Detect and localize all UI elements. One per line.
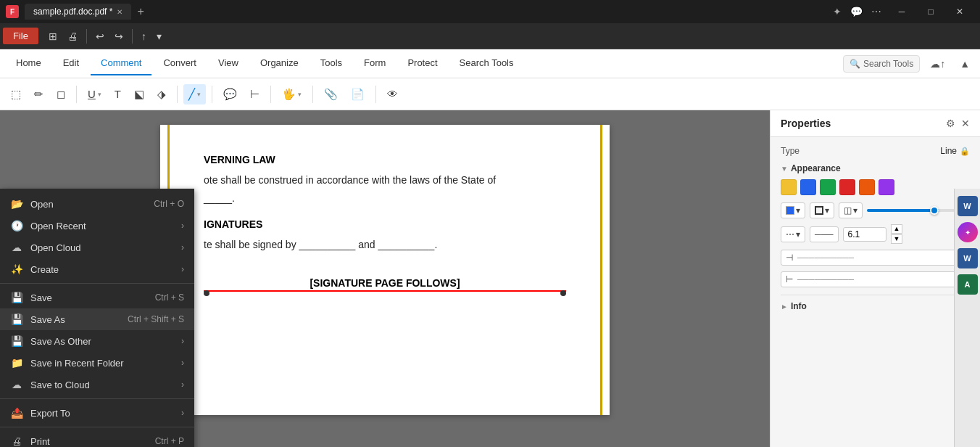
minimize-button[interactable]: ─	[887, 0, 916, 23]
end-cap-row: ⊢ ────────── ▾	[781, 271, 970, 287]
line-weight-up[interactable]: ▲	[891, 224, 903, 234]
more-button[interactable]: ▾	[152, 28, 166, 45]
upload-button[interactable]: ☁↑	[926, 55, 950, 73]
start-cap-value: ──────────	[797, 253, 959, 262]
panel-close-button[interactable]: ✕	[961, 118, 970, 129]
tab-form[interactable]: Form	[354, 52, 396, 75]
stroke-dropdown-arrow: ▾	[825, 205, 829, 216]
excel-icon-button[interactable]: A	[958, 274, 978, 295]
hand-tool-button[interactable]: 🖐 ▾	[277, 84, 307, 104]
undo-button[interactable]: ↩	[91, 28, 109, 45]
stamp-tool-button[interactable]: ⬗	[152, 84, 171, 104]
underline-tool-button[interactable]: U ▾	[83, 84, 107, 104]
menu-item-export-to[interactable]: 📤 Export To ›	[0, 402, 194, 424]
tab-edit[interactable]: Edit	[53, 52, 89, 75]
appearance-toggle-icon: ▼	[781, 165, 788, 173]
end-cap-picker[interactable]: ⊢ ────────── ▾	[781, 271, 970, 287]
line-weight-down[interactable]: ▼	[891, 234, 903, 244]
save-as-shortcut: Ctrl + Shift + S	[128, 314, 184, 324]
text-tool-button[interactable]: T	[109, 84, 126, 104]
line-pattern-picker[interactable]: ⋯ ▾	[781, 226, 805, 242]
open-recent-arrow: ›	[181, 221, 184, 231]
close-button[interactable]: ✕	[945, 0, 974, 23]
tab-organize[interactable]: Organize	[250, 52, 309, 75]
paperclip-tool-button[interactable]: 📎	[319, 84, 343, 104]
file-menu-button[interactable]: File	[3, 28, 38, 44]
eraser-tool-button[interactable]: ◻	[51, 84, 70, 104]
callout-tool-button[interactable]: ⬕	[129, 84, 149, 104]
opacity-picker[interactable]: ◫ ▾	[839, 202, 863, 218]
start-cap-picker[interactable]: ⊣ ────────── ▾	[781, 250, 970, 266]
new-tab-button[interactable]: +	[134, 5, 146, 18]
search-label: Search Tools	[863, 59, 913, 69]
tab-search-tools[interactable]: Search Tools	[449, 52, 524, 75]
stroke-color-picker[interactable]: ▾	[810, 202, 834, 218]
color-swatch-green[interactable]	[820, 179, 836, 195]
menu-item-open[interactable]: 📂 Open Ctrl + O	[0, 193, 194, 215]
tab-comment[interactable]: Comment	[91, 52, 151, 75]
line-weight-stepper: ▲ ▼	[891, 224, 903, 244]
line-weight-input[interactable]	[843, 227, 886, 242]
tab-protect[interactable]: Protect	[397, 52, 447, 75]
color-swatch-purple[interactable]	[879, 179, 894, 195]
sep2	[177, 86, 178, 103]
word-icon-button-2[interactable]: W	[958, 248, 978, 268]
print-button[interactable]: 🖨	[63, 28, 82, 45]
active-tab[interactable]: sample.pdf.doc.pdf * ✕	[25, 4, 131, 20]
redo-button[interactable]: ↪	[110, 28, 128, 45]
sep3	[212, 86, 212, 103]
color-swatch-yellow[interactable]	[781, 179, 797, 195]
word-icon-button[interactable]: W	[958, 196, 978, 216]
info-label: Info	[791, 301, 807, 311]
line-dropdown-arrow: ▾	[197, 91, 201, 98]
tab-tools[interactable]: Tools	[310, 52, 352, 75]
dash-style-picker[interactable]: ───	[810, 226, 839, 242]
more-options-icon[interactable]: ⋯	[871, 6, 881, 17]
menu-item-save[interactable]: 💾 Save Ctrl + S	[0, 287, 194, 308]
share-button[interactable]: ↑	[137, 28, 151, 45]
info-toggle-icon: ►	[781, 303, 788, 311]
ai-icon[interactable]: ✦	[833, 6, 842, 17]
tab-close-button[interactable]: ✕	[117, 8, 122, 16]
panel-header: Properties ⚙ ✕	[771, 110, 980, 137]
info-section-header[interactable]: ► Info	[781, 301, 970, 311]
save-label: Save	[30, 292, 148, 303]
tab-convert[interactable]: Convert	[153, 52, 207, 75]
doc-tool-button[interactable]: 📄	[346, 84, 370, 104]
ai-assistant-button[interactable]: ✦	[958, 222, 978, 242]
note-tool-button[interactable]: 💬	[218, 84, 242, 104]
eye-tool-button[interactable]: 👁	[382, 84, 403, 104]
menu-item-save-to-cloud[interactable]: ☁ Save to Cloud ›	[0, 374, 194, 395]
notification-icon[interactable]: 💬	[850, 6, 863, 17]
color-swatch-blue[interactable]	[800, 179, 816, 195]
dash-style-icon: ───	[815, 229, 834, 239]
window-controls: ─ □ ✕	[887, 0, 974, 23]
underline-dropdown-arrow: ▾	[98, 91, 101, 98]
tab-home[interactable]: Home	[6, 52, 51, 75]
menu-item-open-recent[interactable]: 🕐 Open Recent ›	[0, 215, 194, 237]
search-box[interactable]: 🔍 Search Tools	[843, 55, 920, 73]
fill-color-picker[interactable]: ▾	[781, 202, 805, 218]
pencil-tool-button[interactable]: ✏	[29, 84, 49, 104]
panel-settings-button[interactable]: ⚙	[946, 118, 955, 129]
select-area-tool-button[interactable]: ⬚	[6, 84, 26, 104]
menu-item-save-in-recent[interactable]: 📁 Save in Recent Folder ›	[0, 352, 194, 374]
line-tool-button[interactable]: ╱ ▾	[183, 84, 206, 104]
menu-item-save-as-other[interactable]: 💾 Save As Other ›	[0, 330, 194, 352]
menu-item-create[interactable]: ✨ Create ›	[0, 258, 194, 280]
line-cap-row: ⊣ ────────── ▾	[781, 250, 970, 266]
measure-tool-button[interactable]: ⊢	[245, 84, 265, 104]
menu-item-print[interactable]: 🖨 Print Ctrl + P	[0, 430, 194, 447]
tab-view[interactable]: View	[208, 52, 249, 75]
appearance-section-header[interactable]: ▼ Appearance	[781, 163, 970, 173]
menu-item-save-as[interactable]: 💾 Save As Ctrl + Shift + S	[0, 308, 194, 330]
doc-heading-1: VERNING LAW	[204, 154, 566, 165]
file-dropdown-menu: 📂 Open Ctrl + O 🕐 Open Recent › ☁ Open C…	[0, 189, 194, 447]
menu-item-open-cloud[interactable]: ☁ Open Cloud ›	[0, 237, 194, 258]
color-swatch-red[interactable]	[839, 179, 855, 195]
save-as-other-arrow: ›	[181, 336, 184, 346]
fit-window-button[interactable]: ⊞	[44, 28, 62, 45]
color-swatch-orange[interactable]	[859, 179, 875, 195]
maximize-button[interactable]: □	[916, 0, 945, 23]
collapse-ribbon-button[interactable]: ▲	[955, 55, 974, 73]
